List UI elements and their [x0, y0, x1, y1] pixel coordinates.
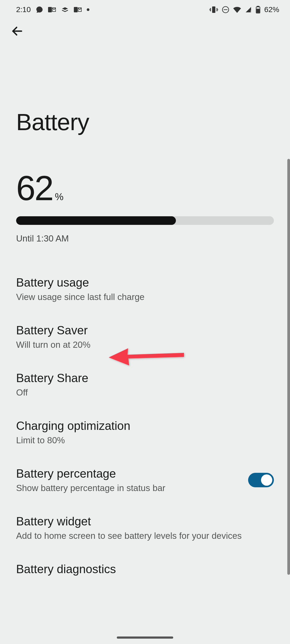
status-bar: 2:10 ! 62% — [0, 0, 290, 17]
battery-progress-bar — [16, 216, 274, 225]
signal-icon: ! — [245, 6, 252, 13]
setting-battery-usage[interactable]: Battery usage View usage since last full… — [16, 265, 274, 313]
setting-title: Battery Share — [16, 371, 274, 385]
svg-rect-11 — [257, 6, 259, 7]
setting-battery-percentage[interactable]: Battery percentage Show battery percenta… — [16, 456, 274, 504]
chat-icon — [36, 6, 43, 13]
setting-title: Battery diagnostics — [16, 562, 274, 576]
battery-until-text: Until 1:30 AM — [16, 233, 274, 244]
setting-battery-share[interactable]: Battery Share Off — [16, 361, 274, 408]
battery-percentage-toggle[interactable] — [248, 473, 274, 487]
svg-text:!: ! — [250, 10, 251, 13]
more-notifications-dot — [87, 8, 89, 11]
battery-symbol: % — [55, 191, 64, 203]
page-title: Battery — [16, 108, 274, 136]
battery-value: 62 — [16, 168, 53, 208]
wifi-icon — [233, 6, 241, 13]
scrollbar[interactable] — [287, 159, 290, 575]
status-time: 2:10 — [16, 5, 31, 14]
app-icon-1 — [61, 6, 69, 13]
battery-icon — [256, 6, 260, 13]
outlook-icon — [48, 6, 56, 13]
toggle-knob — [261, 474, 272, 486]
setting-subtitle: Limit to 80% — [16, 435, 274, 445]
setting-title: Battery percentage — [16, 467, 248, 480]
setting-battery-diagnostics[interactable]: Battery diagnostics — [16, 552, 274, 587]
setting-charging-optimization[interactable]: Charging optimization Limit to 80% — [16, 408, 274, 456]
setting-subtitle: Will turn on at 20% — [16, 340, 274, 350]
svg-rect-0 — [48, 7, 52, 12]
nav-handle[interactable] — [117, 636, 173, 639]
setting-title: Charging optimization — [16, 419, 274, 433]
dnd-icon — [222, 6, 229, 13]
setting-subtitle: View usage since last full charge — [16, 292, 274, 302]
setting-subtitle: Show battery percentage in status bar — [16, 483, 248, 493]
vibrate-icon — [209, 6, 218, 13]
setting-title: Battery widget — [16, 515, 274, 528]
svg-rect-2 — [212, 6, 215, 13]
status-battery-text: 62% — [264, 5, 279, 14]
outlook-icon-2 — [74, 6, 82, 13]
battery-percentage-display: 62 % — [16, 168, 274, 208]
setting-subtitle: Add to home screen to see battery levels… — [16, 531, 274, 541]
setting-title: Battery Saver — [16, 324, 274, 337]
setting-battery-widget[interactable]: Battery widget Add to home screen to see… — [16, 504, 274, 552]
svg-rect-1 — [74, 7, 78, 12]
svg-rect-12 — [257, 9, 259, 13]
back-button[interactable] — [0, 17, 24, 39]
setting-battery-saver[interactable]: Battery Saver Will turn on at 20% — [16, 313, 274, 361]
setting-title: Battery usage — [16, 276, 274, 289]
battery-progress-fill — [16, 216, 176, 225]
setting-subtitle: Off — [16, 387, 274, 398]
